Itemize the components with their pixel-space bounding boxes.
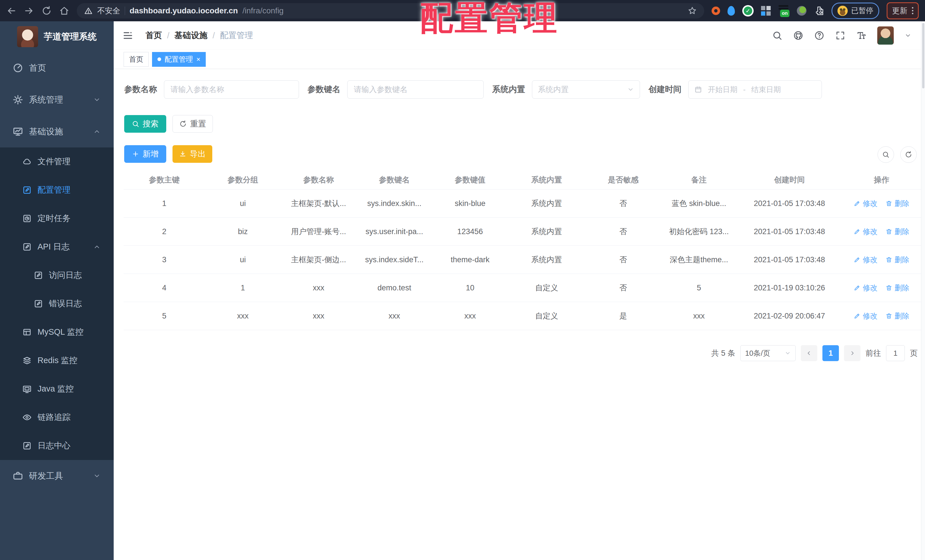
app-title: 芋道管理系统 [44, 31, 96, 43]
sidebar-item-scheduled-tasks[interactable]: 定时任务 [0, 204, 114, 233]
extension-squares-icon[interactable] [761, 6, 771, 16]
sidebar-item-mysql-monitor[interactable]: MySQL 监控 [0, 318, 114, 346]
cell: 2021-01-05 17:03:48 [737, 199, 842, 208]
sidebar-item-redis-monitor[interactable]: Redis 监控 [0, 346, 114, 375]
filter-key-label: 参数键名 [307, 84, 340, 95]
sidebar-item-error-log[interactable]: 错误日志 [0, 289, 114, 318]
param-key-input[interactable] [347, 80, 484, 99]
extension-leaf-icon[interactable] [797, 6, 806, 16]
tab-home[interactable]: 首页 [124, 52, 149, 67]
table-tool-buttons [878, 146, 917, 163]
sidebar-item-home[interactable]: 首页 [0, 52, 114, 84]
breadcrumb-infra[interactable]: 基础设施 [175, 30, 208, 41]
extension-pin-icon[interactable] [728, 6, 735, 16]
extension-orange-icon[interactable] [712, 6, 720, 15]
tab-config-manage[interactable]: 配置管理 × [152, 52, 206, 67]
extensions-puzzle-icon[interactable] [814, 6, 824, 16]
delete-link[interactable]: 删除 [886, 311, 909, 321]
breadcrumb-home[interactable]: 首页 [146, 30, 162, 41]
paused-badge[interactable]: 已暂停 [832, 3, 879, 19]
sidebar-item-label: 基础设施 [29, 126, 63, 137]
export-label: 导出 [190, 149, 206, 160]
export-button[interactable]: 导出 [172, 145, 212, 163]
filter-type-label: 系统内置 [492, 84, 525, 95]
github-icon[interactable] [793, 30, 803, 41]
select-placeholder: 系统内置 [538, 84, 569, 95]
next-page-button[interactable] [844, 345, 860, 361]
edit-label: 修改 [863, 199, 878, 209]
toggle-search-button[interactable] [878, 146, 894, 163]
reset-button[interactable]: 重置 [172, 115, 213, 133]
sidebar-item-system[interactable]: 系统管理 [0, 84, 114, 116]
not-secure-icon[interactable] [84, 6, 93, 15]
current-page-button[interactable]: 1 [823, 345, 839, 361]
extension-green-check-icon[interactable]: ✓ [742, 5, 754, 17]
page-size-select[interactable]: 10条/页 [740, 345, 796, 361]
edit-label: 修改 [863, 227, 878, 237]
delete-link[interactable]: 删除 [886, 283, 909, 293]
delete-link[interactable]: 删除 [886, 199, 909, 209]
scrollbar-thumb[interactable] [922, 23, 924, 88]
search-icon[interactable] [772, 30, 782, 41]
bookmark-star-icon[interactable] [688, 6, 697, 15]
delete-link[interactable]: 删除 [886, 227, 909, 237]
page-unit-label: 页 [910, 348, 917, 358]
update-label: 更新 [892, 6, 907, 16]
edit-link[interactable]: 修改 [854, 283, 878, 293]
edit-link[interactable]: 修改 [854, 255, 878, 265]
refresh-icon [179, 120, 187, 128]
row-actions: 修改 删除 [842, 311, 921, 321]
sidebar-item-infra[interactable]: 基础设施 [0, 116, 114, 148]
edit-link[interactable]: 修改 [854, 227, 878, 237]
fullscreen-icon[interactable] [835, 30, 845, 41]
chevron-down-icon[interactable] [904, 32, 911, 39]
home-icon[interactable] [59, 6, 69, 16]
address-bar[interactable]: 不安全 dashboard.yudao.iocoder.cn /infra/co… [77, 3, 704, 18]
user-avatar[interactable] [877, 26, 894, 45]
forward-icon[interactable] [24, 6, 34, 16]
font-size-icon[interactable] [856, 30, 866, 41]
param-name-input[interactable] [164, 80, 299, 99]
sidebar-item-java-monitor[interactable]: Java 监控 [0, 375, 114, 403]
cell: 主框架页-侧边... [281, 254, 357, 265]
header-actions [772, 26, 921, 45]
gear-icon [12, 94, 23, 105]
row-actions: 修改 删除 [842, 283, 921, 293]
goto-page-input[interactable] [886, 345, 905, 361]
help-icon[interactable] [814, 30, 824, 41]
create-time-range-picker[interactable]: 开始日期 - 结束日期 [688, 80, 822, 99]
col-header: 操作 [842, 175, 921, 185]
close-icon[interactable]: × [196, 56, 200, 63]
edit-link[interactable]: 修改 [854, 199, 878, 209]
sidebar-item-dev-tools[interactable]: 研发工具 [0, 460, 114, 492]
row-actions: 修改 删除 [842, 199, 921, 209]
refresh-table-button[interactable] [900, 146, 917, 163]
trash-icon [886, 228, 892, 235]
scrollbar[interactable] [921, 21, 925, 560]
search-button[interactable]: 搜索 [124, 115, 166, 133]
sidebar-item-file-manage[interactable]: 文件管理 [0, 148, 114, 176]
edit-link[interactable]: 修改 [854, 311, 878, 321]
sidebar-item-config-manage[interactable]: 配置管理 [0, 176, 114, 204]
calendar-icon [694, 86, 702, 93]
timer-icon [22, 214, 32, 223]
sidebar-logo-row[interactable]: 芋道管理系统 [0, 21, 114, 52]
cell: 是 [585, 311, 661, 321]
system-builtin-select[interactable]: 系统内置 [532, 80, 640, 99]
sidebar-item-access-log[interactable]: 访问日志 [0, 261, 114, 289]
sidebar-item-api-log[interactable]: API 日志 [0, 233, 114, 261]
prev-page-button[interactable] [801, 345, 817, 361]
extension-on-badge-icon[interactable]: on [778, 5, 789, 17]
eye-icon [22, 412, 32, 422]
back-icon[interactable] [6, 6, 17, 16]
log-icon [33, 271, 43, 280]
reload-icon[interactable] [42, 6, 52, 16]
hamburger-menu-icon[interactable] [122, 30, 134, 41]
edit-label: 修改 [863, 283, 878, 293]
browser-update-button[interactable]: 更新 [887, 2, 919, 19]
delete-link[interactable]: 删除 [886, 255, 909, 265]
sidebar-item-log-center[interactable]: 日志中心 [0, 432, 114, 460]
add-button[interactable]: 新增 [124, 145, 166, 163]
kebab-menu-icon[interactable] [912, 7, 913, 14]
sidebar-item-tracing[interactable]: 链路追踪 [0, 403, 114, 432]
